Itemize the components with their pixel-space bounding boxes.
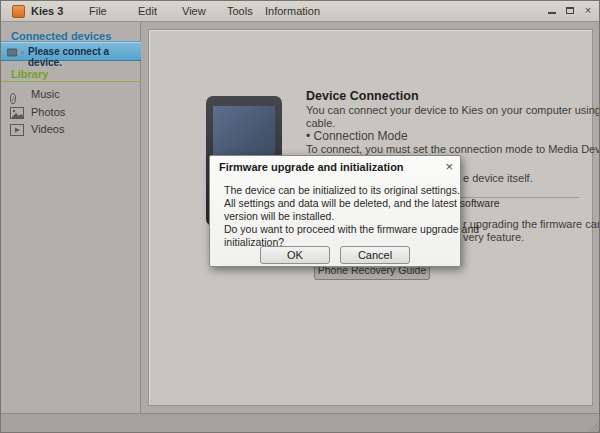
sidebar-item-label: Photos xyxy=(31,106,65,118)
sidebar-item-photos[interactable]: Photos xyxy=(1,104,141,121)
dialog-body-text: All settings and data will be deleted, a… xyxy=(224,197,500,209)
close-button[interactable]: × xyxy=(581,4,595,18)
menu-view[interactable]: View xyxy=(182,5,206,17)
kies-window: Kies 3 File Edit View Tools Information … xyxy=(0,0,600,433)
resize-grip[interactable] xyxy=(588,421,599,432)
text-fragment: e device itself. xyxy=(463,172,533,184)
library-header: Library xyxy=(11,68,48,80)
dialog-body-text: The device can be initialized to its ori… xyxy=(224,184,460,196)
sidebar-item-label: Please connect a device. xyxy=(28,46,141,68)
dialog-body-text: Do you want to proceed with the firmware… xyxy=(224,223,479,235)
sidebar-item-connect-device[interactable]: Please connect a device. xyxy=(1,42,141,61)
dialog-title: Firmware upgrade and initialization xyxy=(219,161,404,173)
device-connection-text: You can connect your device to Kies on y… xyxy=(306,104,600,116)
dialog-body-text: version will be installed. xyxy=(224,210,334,222)
menu-file[interactable]: File xyxy=(89,5,107,17)
device-connection-heading: Device Connection xyxy=(306,89,419,103)
connection-mode-text: To connect, you must set the connection … xyxy=(306,143,600,155)
green-divider xyxy=(1,81,141,82)
sidebar-item-label: Music xyxy=(31,88,60,100)
menu-edit[interactable]: Edit xyxy=(138,5,157,17)
sidebar-item-label: Videos xyxy=(31,123,64,135)
maximize-icon xyxy=(566,7,574,14)
app-title: Kies 3 xyxy=(31,5,63,17)
dialog-close-icon[interactable]: × xyxy=(445,159,453,174)
photos-icon xyxy=(10,105,24,118)
music-icon: ♪ xyxy=(10,87,24,100)
cancel-button[interactable]: Cancel xyxy=(340,246,410,264)
sidebar-item-music[interactable]: ♪ Music xyxy=(1,86,141,103)
connection-mode-bullet: • Connection Mode xyxy=(306,129,408,143)
usb-plug-icon xyxy=(7,48,24,57)
text-fragment: r upgrading the firmware can xyxy=(463,218,600,230)
firmware-upgrade-dialog: Firmware upgrade and initialization × Th… xyxy=(209,155,461,267)
sidebar: Connected devices Please connect a devic… xyxy=(1,22,141,413)
status-bar xyxy=(1,413,600,433)
minimize-icon xyxy=(548,12,556,14)
title-bar: Kies 3 File Edit View Tools Information … xyxy=(1,1,600,22)
maximize-button[interactable] xyxy=(563,4,577,18)
videos-icon xyxy=(10,122,24,135)
sidebar-item-videos[interactable]: Videos xyxy=(1,121,141,138)
minimize-button[interactable] xyxy=(545,4,559,18)
device-connection-text: cable. xyxy=(306,117,335,129)
kies-logo-icon xyxy=(12,5,25,18)
menu-information[interactable]: Information xyxy=(265,5,320,17)
menu-tools[interactable]: Tools xyxy=(227,5,253,17)
ok-button[interactable]: OK xyxy=(260,246,330,264)
